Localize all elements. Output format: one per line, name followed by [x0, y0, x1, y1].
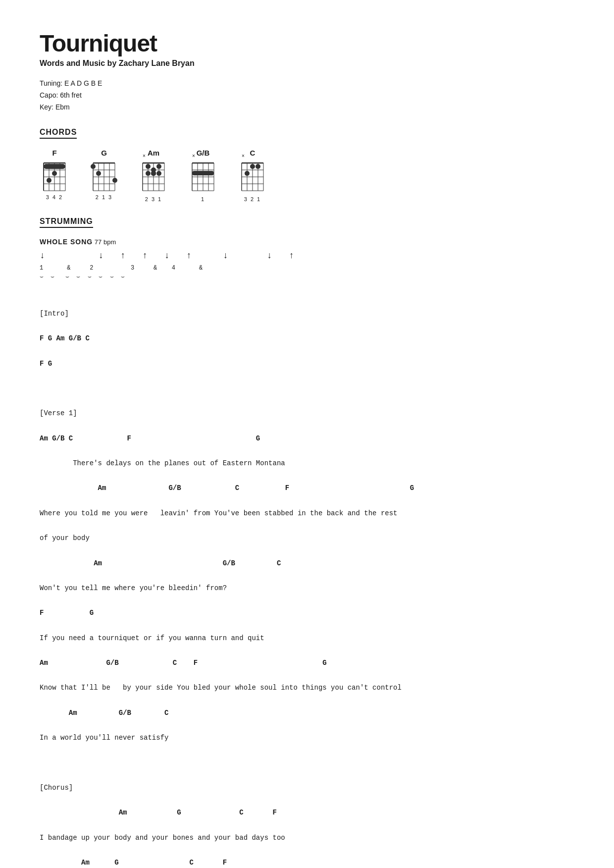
lyrics-section: [Intro] F G Am G/B C F G [Verse 1] Am G/…	[40, 295, 574, 868]
chord-diagrams-container: F 3 4 2	[40, 149, 574, 202]
verse1-label: [Verse 1]	[40, 409, 77, 417]
chord-G-grid	[89, 159, 119, 193]
svg-point-44	[146, 171, 151, 176]
svg-point-40	[156, 171, 161, 176]
chord-C: C ×	[238, 149, 267, 202]
verse1-lyric-6: Know that I'll be by your side You bled …	[40, 684, 402, 692]
chorus-chord-2: Am G C F	[40, 859, 227, 867]
strum-counts: 1 & 2 3 & 4 &	[40, 265, 574, 271]
svg-point-12	[52, 171, 57, 176]
verse1-lyric-2: Where you told me you were leavin' from …	[40, 509, 398, 517]
chorus-chord-1: Am G C F	[40, 809, 277, 816]
verse1-chord-3: Am G/B C	[40, 559, 281, 567]
svg-rect-11	[44, 164, 65, 169]
strumming-section-title: STRUMMING	[40, 217, 93, 228]
key-info: Key: Ebm	[40, 102, 574, 113]
svg-rect-55	[192, 171, 214, 175]
chord-GB: G/B × 1	[188, 149, 218, 202]
svg-point-43	[151, 171, 156, 176]
svg-point-25	[91, 164, 96, 169]
intro-label: [Intro]	[40, 310, 69, 318]
song-subtitle: Words and Music by Zachary Lane Bryan	[40, 59, 574, 68]
intro-chords-2: F G	[40, 360, 52, 368]
svg-point-13	[47, 178, 51, 183]
chorus-lyric-1: I bandage up your body and your bones an…	[40, 834, 285, 842]
svg-point-24	[96, 171, 101, 176]
tuning-info: Tuning: E A D G B E	[40, 78, 574, 90]
strum-beats: ⌣ ⌣ ⌣ ⌣ ⌣ ⌣ ⌣ ⌣	[40, 273, 574, 280]
verse1-lyric-3: of your body	[40, 534, 90, 542]
intro-chords-1: F G Am G/B C	[40, 334, 90, 342]
svg-point-26	[112, 178, 117, 183]
strum-arrows: ↓ ↓ ↑ ↑ ↓ ↑ ↓ ↓ ↑	[40, 250, 574, 262]
chord-GB-grid	[188, 159, 218, 193]
song-title: Tourniquet	[40, 30, 574, 57]
svg-point-67	[245, 171, 250, 176]
chord-C-grid	[238, 159, 267, 193]
chords-section-title: CHORDS	[40, 128, 77, 139]
verse1-chord-6: Am G/B C	[40, 709, 168, 717]
verse1-chord-4: F G	[40, 609, 94, 617]
capo-info: Capo: 6th fret	[40, 90, 574, 102]
chord-F-grid	[40, 159, 69, 193]
svg-point-42	[156, 164, 161, 169]
svg-point-37	[146, 164, 151, 169]
verse1-lyric-7: In a world you'll never satisfy	[40, 734, 168, 742]
svg-point-66	[250, 164, 255, 169]
chord-F: F 3 4 2	[40, 149, 69, 200]
chord-Am: Am ×	[139, 149, 168, 202]
verse1-lyric-4: Won't you tell me where you're bleedin' …	[40, 584, 227, 592]
chord-Am-grid	[139, 159, 168, 193]
verse1-lyric-1: There's delays on the planes out of East…	[40, 459, 285, 467]
chorus-label: [Chorus]	[40, 784, 73, 792]
strum-label: WHOLE SONG 77 bpm	[40, 238, 574, 246]
verse1-chord-2: Am G/B C F G	[40, 484, 414, 492]
svg-point-68	[256, 164, 260, 169]
chord-G: G 2 1 3	[89, 149, 119, 200]
verse1-chord-5: Am G/B C F G	[40, 659, 327, 667]
verse1-chord-1: Am G/B C F G	[40, 434, 260, 442]
verse1-lyric-5: If you need a tourniquet or if you wanna…	[40, 634, 264, 642]
